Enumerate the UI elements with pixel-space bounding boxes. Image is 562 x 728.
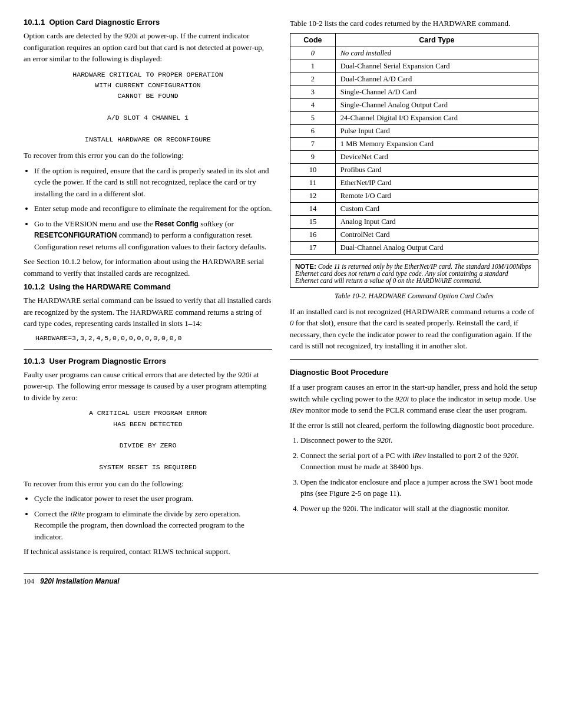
error-display-block: HARDWARE CRITICAL TO PROPER OPERATION WI… bbox=[24, 70, 272, 146]
table-row: 6Pulse Input Card bbox=[290, 124, 538, 137]
note-label: NOTE: bbox=[295, 263, 316, 270]
table-cell-type: Custom Card bbox=[335, 202, 538, 215]
table-row: 11EtherNet/IP Card bbox=[290, 176, 538, 189]
contact-text: If technical assistance is required, con… bbox=[24, 546, 272, 558]
recovery-bullets-2: Cycle the indicator power to reset the u… bbox=[34, 493, 272, 542]
table-cell-code: 0 bbox=[290, 47, 336, 60]
note-text: Code 11 is returned only by the EtherNet… bbox=[295, 263, 531, 284]
table-header-cardtype: Card Type bbox=[335, 33, 538, 47]
table-row: 71 MB Memory Expansion Card bbox=[290, 137, 538, 150]
table-cell-code: 1 bbox=[290, 60, 336, 73]
table-row: 14Custom Card bbox=[290, 202, 538, 215]
diagnostic-boot-heading: Diagnostic Boot Procedure bbox=[290, 367, 538, 378]
page-number: 104 bbox=[24, 577, 34, 586]
table-cell-type: Dual-Channel A/D Card bbox=[335, 73, 538, 85]
diagnostic-boot-para2: If the error is still not cleared, perfo… bbox=[290, 420, 538, 431]
table-cell-type: Profibus Card bbox=[335, 163, 538, 176]
table-cell-type: 24-Channel Digital I/O Expansion Card bbox=[335, 111, 538, 124]
table-row: 1Dual-Channel Serial Expansion Card bbox=[290, 60, 538, 73]
table-caption: Table 10-2. HARDWARE Command Option Card… bbox=[290, 291, 538, 301]
boot-step-4: Power up the 920i. The indicator will st… bbox=[300, 503, 538, 515]
table-cell-code: 3 bbox=[290, 85, 336, 98]
table-note-box: NOTE: Code 11 is returned only by the Et… bbox=[290, 259, 538, 288]
section-10-1-3-heading: 10.1.3 User Program Diagnostic Errors bbox=[24, 357, 272, 365]
boot-step-3: Open the indicator enclosure and place a… bbox=[300, 476, 538, 499]
table-row: 3Single-Channel A/D Card bbox=[290, 85, 538, 98]
table-cell-code: 6 bbox=[290, 124, 336, 137]
boot-step-2: Connect the serial port of a PC with iRe… bbox=[300, 450, 538, 473]
table-cell-type: ControlNet Card bbox=[335, 228, 538, 241]
diagnostic-boot-para1: If a user program causes an error in the… bbox=[290, 381, 538, 416]
bullet-5: Correct the iRite program to eliminate t… bbox=[34, 508, 272, 543]
left-column: 10.1.1 Option Card Diagnostic Errors Opt… bbox=[24, 18, 272, 561]
page-footer: 104 920i Installation Manual bbox=[24, 573, 538, 586]
section-10-1-1-intro: Option cards are detected by the 920i at… bbox=[24, 30, 272, 65]
table-cell-type: No card installed bbox=[335, 47, 538, 60]
table-cell-type: Pulse Input Card bbox=[335, 124, 538, 137]
manual-title: 920i Installation Manual bbox=[40, 577, 120, 585]
table-row: 9DeviceNet Card bbox=[290, 150, 538, 163]
table-cell-code: 12 bbox=[290, 189, 336, 202]
table-row: 12Remote I/O Card bbox=[290, 189, 538, 202]
section-10-1-3-intro: Faulty user programs can cause critical … bbox=[24, 369, 272, 404]
after-table-text: If an installed card is not recognized (… bbox=[290, 306, 538, 352]
table-cell-code: 14 bbox=[290, 202, 336, 215]
hardware-example: HARDWARE=3,3,2,4,5,0,0,0,0,0,0,0,0,0 bbox=[35, 334, 272, 342]
section-10-1-2-heading: 10.1.2 Using the HARDWARE Command bbox=[24, 282, 272, 291]
hardware-cmd-intro: The HARDWARE serial command can be issue… bbox=[24, 295, 272, 330]
table-row: 4Single-Channel Analog Output Card bbox=[290, 98, 538, 111]
table-cell-type: Remote I/O Card bbox=[335, 189, 538, 202]
table-row: 17Dual-Channel Analog Output Card bbox=[290, 241, 538, 254]
table-row: 0No card installed bbox=[290, 47, 538, 60]
table-cell-type: DeviceNet Card bbox=[335, 150, 538, 163]
table-row: 2Dual-Channel A/D Card bbox=[290, 73, 538, 85]
table-cell-code: 5 bbox=[290, 111, 336, 124]
page-layout: 10.1.1 Option Card Diagnostic Errors Opt… bbox=[24, 18, 538, 561]
table-row: 16ControlNet Card bbox=[290, 228, 538, 241]
table-cell-type: Analog Input Card bbox=[335, 215, 538, 228]
table-intro: Table 10-2 lists the card codes returned… bbox=[290, 18, 538, 29]
table-cell-type: Dual-Channel Serial Expansion Card bbox=[335, 60, 538, 73]
table-cell-code: 9 bbox=[290, 150, 336, 163]
table-cell-code: 7 bbox=[290, 137, 336, 150]
table-cell-code: 16 bbox=[290, 228, 336, 241]
table-cell-code: 11 bbox=[290, 176, 336, 189]
card-codes-table: Code Card Type 0No card installed1Dual-C… bbox=[290, 33, 538, 255]
table-cell-code: 15 bbox=[290, 215, 336, 228]
divider-left bbox=[24, 349, 272, 350]
table-cell-type: EtherNet/IP Card bbox=[335, 176, 538, 189]
bullet-1: If the option is required, ensure that t… bbox=[34, 165, 272, 200]
diagnostic-boot-steps: Disconnect power to the 920i. Connect th… bbox=[300, 434, 538, 514]
table-row: 10Profibus Card bbox=[290, 163, 538, 176]
table-cell-type: 1 MB Memory Expansion Card bbox=[335, 137, 538, 150]
table-cell-type: Single-Channel Analog Output Card bbox=[335, 98, 538, 111]
table-cell-code: 2 bbox=[290, 73, 336, 85]
bullet-4: Cycle the indicator power to reset the u… bbox=[34, 493, 272, 505]
table-cell-code: 17 bbox=[290, 241, 336, 254]
table-row: 15Analog Input Card bbox=[290, 215, 538, 228]
boot-step-1: Disconnect power to the 920i. bbox=[300, 434, 538, 446]
divide-by-zero-error-block: A CRITICAL USER PROGRAM ERROR HAS BEEN D… bbox=[24, 408, 272, 473]
table-row: 524-Channel Digital I/O Expansion Card bbox=[290, 111, 538, 124]
table-cell-code: 4 bbox=[290, 98, 336, 111]
see-section-text: See Section 10.1.2 below, for informatio… bbox=[24, 256, 272, 279]
divider-right bbox=[290, 359, 538, 360]
table-cell-type: Single-Channel A/D Card bbox=[335, 85, 538, 98]
right-column: Table 10-2 lists the card codes returned… bbox=[290, 18, 538, 561]
recovery-intro: To recover from this error you can do th… bbox=[24, 150, 272, 162]
recovery-bullets: If the option is required, ensure that t… bbox=[34, 165, 272, 253]
section-10-1-1-heading: 10.1.1 Option Card Diagnostic Errors bbox=[24, 18, 272, 27]
table-cell-type: Dual-Channel Analog Output Card bbox=[335, 241, 538, 254]
table-cell-code: 10 bbox=[290, 163, 336, 176]
table-header-code: Code bbox=[290, 33, 336, 47]
bullet-3: Go to the VERSION menu and use the Reset… bbox=[34, 218, 272, 253]
bullet-2: Enter setup mode and reconfigure to elim… bbox=[34, 203, 272, 215]
recovery-intro-2: To recover from this error you can do th… bbox=[24, 478, 272, 490]
